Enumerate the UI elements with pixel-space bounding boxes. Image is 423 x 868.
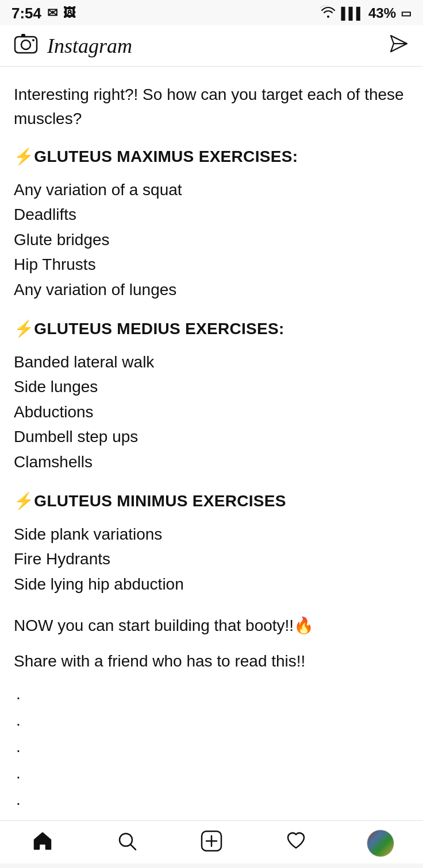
nav-activity-button[interactable] bbox=[279, 829, 313, 858]
dot-3: . bbox=[16, 738, 409, 756]
app-header: Instagram bbox=[0, 25, 423, 67]
dot-2: . bbox=[16, 711, 409, 730]
list-item: Banded lateral walk bbox=[14, 350, 409, 374]
cta-text: NOW you can start building that booty!!🔥 bbox=[14, 614, 409, 638]
main-content: Interesting right?! So how can you targe… bbox=[0, 67, 423, 820]
list-item: Side lunges bbox=[14, 374, 409, 399]
dots-area: . . . . . bbox=[14, 685, 409, 809]
signal-icon: ▌▌▌ bbox=[341, 7, 364, 20]
section3-header: ⚡GLUTEUS MINIMUS EXERCISES bbox=[14, 491, 409, 510]
list-item: Any variation of a squat bbox=[14, 177, 409, 202]
gmail-icon: ✉ bbox=[47, 6, 57, 21]
nav-home-button[interactable] bbox=[25, 829, 60, 858]
dot-1: . bbox=[16, 685, 409, 703]
home-icon bbox=[32, 831, 53, 856]
dot-4: . bbox=[16, 764, 409, 782]
add-icon bbox=[201, 830, 222, 857]
list-item: Fire Hydrants bbox=[14, 547, 409, 571]
svg-point-3 bbox=[32, 39, 34, 41]
android-nav-bar: ||| ‹ bbox=[0, 863, 423, 868]
svg-point-1 bbox=[21, 40, 30, 49]
gluteus-medius-section: ⚡GLUTEUS MEDIUS EXERCISES: Banded latera… bbox=[14, 319, 409, 474]
search-icon bbox=[117, 831, 137, 856]
wifi-icon bbox=[320, 5, 336, 21]
gallery-icon: 🖼 bbox=[63, 6, 76, 21]
battery-level: 43% bbox=[368, 5, 396, 21]
send-icon[interactable] bbox=[389, 33, 409, 59]
svg-line-7 bbox=[130, 844, 136, 850]
list-item: Dumbell step ups bbox=[14, 424, 409, 449]
list-item: Side plank variations bbox=[14, 522, 409, 547]
nav-search-button[interactable] bbox=[110, 829, 144, 858]
section1-header: ⚡GLUTEUS MAXIMUS EXERCISES: bbox=[14, 147, 409, 166]
camera-icon[interactable] bbox=[14, 32, 38, 59]
section1-exercise-list: Any variation of a squat Deadlifts Glute… bbox=[14, 177, 409, 302]
nav-add-button[interactable] bbox=[194, 829, 229, 858]
list-item: Clamshells bbox=[14, 450, 409, 474]
logo-area: Instagram bbox=[14, 32, 132, 59]
list-item: Hip Thrusts bbox=[14, 252, 409, 277]
status-right: ▌▌▌ 43% ▭ bbox=[320, 5, 412, 21]
heart-icon bbox=[286, 831, 306, 856]
svg-rect-2 bbox=[21, 34, 25, 37]
section2-exercise-list: Banded lateral walk Side lunges Abductio… bbox=[14, 350, 409, 474]
gluteus-maximus-section: ⚡GLUTEUS MAXIMUS EXERCISES: Any variatio… bbox=[14, 147, 409, 302]
dot-5: . bbox=[16, 790, 409, 809]
section3-exercise-list: Side plank variations Fire Hydrants Side… bbox=[14, 522, 409, 596]
avatar bbox=[367, 830, 394, 857]
list-item: Any variation of lunges bbox=[14, 277, 409, 302]
app-title: Instagram bbox=[47, 34, 132, 58]
list-item: Glute bridges bbox=[14, 227, 409, 252]
status-left: 7:54 ✉ 🖼 bbox=[11, 5, 76, 22]
list-item: Abductions bbox=[14, 400, 409, 424]
time-display: 7:54 bbox=[11, 5, 41, 22]
nav-profile-button[interactable] bbox=[363, 829, 398, 858]
share-text: Share with a friend who has to read this… bbox=[14, 649, 409, 673]
section2-header: ⚡GLUTEUS MEDIUS EXERCISES: bbox=[14, 319, 409, 338]
bottom-nav bbox=[0, 820, 423, 863]
intro-paragraph: Interesting right?! So how can you targe… bbox=[14, 83, 409, 131]
list-item: Deadlifts bbox=[14, 202, 409, 227]
list-item: Side lying hip abduction bbox=[14, 572, 409, 596]
status-bar: 7:54 ✉ 🖼 ▌▌▌ 43% ▭ bbox=[0, 0, 423, 25]
gluteus-minimus-section: ⚡GLUTEUS MINIMUS EXERCISES Side plank va… bbox=[14, 491, 409, 596]
battery-icon: ▭ bbox=[401, 6, 412, 20]
